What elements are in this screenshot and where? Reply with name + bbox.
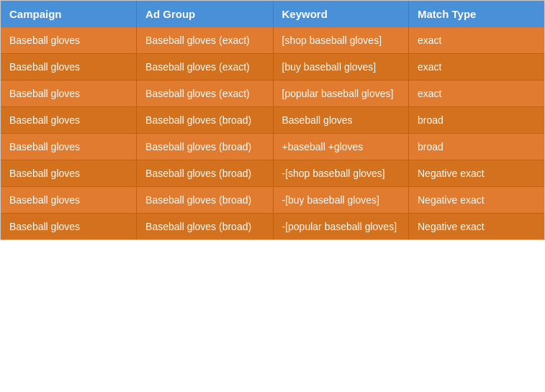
cell-keyword: -[buy baseball gloves]	[273, 187, 409, 214]
cell-campaign: Baseball gloves	[1, 107, 137, 134]
header-matchtype: Match Type	[409, 1, 545, 27]
cell-matchtype: broad	[409, 134, 545, 160]
cell-adgroup: Baseball gloves (broad)	[137, 107, 273, 134]
header-keyword: Keyword	[273, 1, 409, 27]
cell-keyword: Baseball gloves	[273, 107, 409, 134]
table-row: Baseball glovesBaseball gloves (broad)-[…	[1, 214, 544, 240]
cell-campaign: Baseball gloves	[1, 214, 137, 240]
header-campaign: Campaign	[1, 1, 137, 27]
table-row: Baseball glovesBaseball gloves (broad)+b…	[1, 134, 544, 160]
cell-matchtype: exact	[409, 54, 545, 81]
cell-campaign: Baseball gloves	[1, 187, 137, 214]
table-row: Baseball glovesBaseball gloves (exact)[b…	[1, 54, 544, 81]
cell-campaign: Baseball gloves	[1, 27, 137, 54]
cell-matchtype: broad	[409, 107, 545, 134]
table-row: Baseball glovesBaseball gloves (exact)[s…	[1, 27, 544, 54]
cell-adgroup: Baseball gloves (exact)	[137, 27, 273, 54]
cell-adgroup: Baseball gloves (broad)	[137, 134, 273, 160]
cell-keyword: -[shop baseball gloves]	[273, 160, 409, 187]
cell-campaign: Baseball gloves	[1, 54, 137, 81]
cell-campaign: Baseball gloves	[1, 160, 137, 187]
cell-keyword: -[popular baseball gloves]	[273, 214, 409, 240]
cell-adgroup: Baseball gloves (broad)	[137, 160, 273, 187]
cell-keyword: [shop baseball gloves]	[273, 27, 409, 54]
table-row: Baseball glovesBaseball gloves (broad)Ba…	[1, 107, 544, 134]
cell-matchtype: exact	[409, 81, 545, 107]
cell-campaign: Baseball gloves	[1, 134, 137, 160]
header-adgroup: Ad Group	[137, 1, 273, 27]
cell-keyword: +baseball +gloves	[273, 134, 409, 160]
table-row: Baseball glovesBaseball gloves (broad)-[…	[1, 160, 544, 187]
cell-keyword: [popular baseball gloves]	[273, 81, 409, 107]
cell-adgroup: Baseball gloves (exact)	[137, 54, 273, 81]
cell-matchtype: Negative exact	[409, 187, 545, 214]
data-table: Campaign Ad Group Keyword Match Type Bas…	[0, 0, 545, 240]
cell-matchtype: exact	[409, 27, 545, 54]
cell-keyword: [buy baseball gloves]	[273, 54, 409, 81]
cell-adgroup: Baseball gloves (broad)	[137, 214, 273, 240]
table-row: Baseball glovesBaseball gloves (exact)[p…	[1, 81, 544, 107]
cell-matchtype: Negative exact	[409, 160, 545, 187]
table-row: Baseball glovesBaseball gloves (broad)-[…	[1, 187, 544, 214]
cell-matchtype: Negative exact	[409, 214, 545, 240]
cell-campaign: Baseball gloves	[1, 81, 137, 107]
cell-adgroup: Baseball gloves (exact)	[137, 81, 273, 107]
cell-adgroup: Baseball gloves (broad)	[137, 187, 273, 214]
